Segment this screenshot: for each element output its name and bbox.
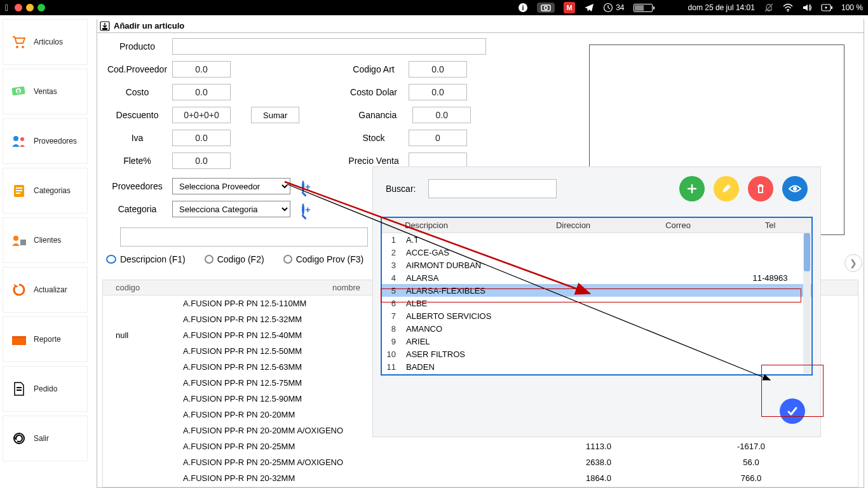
volume-icon[interactable] [802, 3, 812, 12]
list-item[interactable]: 1A.T [382, 233, 811, 246]
sidebar-item-label: Ventas [34, 87, 57, 96]
lh-descripcion[interactable]: Descripcion [401, 220, 519, 230]
producto-label: Producto [102, 41, 172, 51]
sidebar: Articulos $ Ventas Proveedores Categoria… [3, 19, 88, 465]
updates-icon[interactable]: 34 [603, 3, 624, 13]
codprov-input[interactable] [172, 61, 231, 78]
table-row[interactable]: A.FUSION PP-R PN 20-25MM A/OXIGENO2638.0… [103, 454, 858, 470]
svg-rect-19 [16, 193, 20, 194]
view-button[interactable] [782, 176, 808, 201]
list-item[interactable]: 2ACCE-GAS [382, 246, 811, 259]
list-item[interactable]: 7ALBERTO SERVICIOS [382, 309, 811, 322]
list-scrollbar[interactable] [803, 233, 811, 374]
th-codigo[interactable]: codigo [103, 283, 179, 292]
sidebar-item-proveedores[interactable]: Proveedores [3, 118, 88, 164]
window-controls [15, 4, 45, 11]
minimize-window-icon[interactable] [26, 4, 34, 11]
power-icon[interactable] [821, 4, 832, 11]
add-button[interactable] [679, 176, 705, 201]
precioventa-label: Precio Venta [339, 156, 409, 166]
svg-point-10 [22, 46, 24, 48]
svg-rect-17 [16, 187, 22, 189]
list-item[interactable]: 8AMANCO [382, 322, 811, 335]
svg-rect-27 [102, 28, 107, 30]
sidebar-item-actualizar[interactable]: Actualizar [3, 267, 88, 313]
folder-icon [11, 331, 27, 348]
radio-codigoprov[interactable]: Codigo Prov (F3) [283, 254, 364, 264]
list-item[interactable]: 11BADEN [382, 360, 811, 373]
info-icon[interactable]: i [518, 3, 528, 13]
table-row[interactable]: A.FUSION PP-R PN 20-32MM1864.0766.0 [103, 470, 858, 486]
svg-rect-21 [20, 240, 26, 245]
proveedores-label: Proveedores [102, 181, 172, 191]
list-item[interactable]: 5ALARSA-FLEXIBLES [382, 284, 811, 297]
categoria-select[interactable]: Selecciona Categoria [172, 201, 290, 217]
codart-input[interactable] [409, 61, 467, 78]
sidebar-item-label: Salir [34, 434, 49, 443]
sidebar-item-label: Clientes [34, 236, 61, 245]
save-icon[interactable] [100, 21, 110, 31]
radio-descripcion[interactable]: Descripcion (F1) [106, 254, 186, 264]
sidebar-item-label: Actualizar [34, 285, 67, 294]
iva-input[interactable] [172, 130, 231, 146]
stock-input[interactable] [409, 130, 467, 146]
descuento-input[interactable] [172, 107, 231, 123]
lh-tel[interactable]: Tel [729, 220, 811, 230]
camera-icon[interactable] [537, 3, 555, 13]
menubar:  i M 34 dom 25 de jul 14:01 [0, 0, 868, 15]
do-not-disturb-icon[interactable] [764, 3, 774, 13]
scroll-right-icon[interactable]: ❯ [844, 254, 862, 272]
sidebar-item-clientes[interactable]: Clientes [3, 217, 88, 263]
delete-button[interactable] [748, 176, 773, 201]
svg-rect-23 [17, 387, 22, 388]
buscar-label: Buscar: [386, 184, 416, 194]
filter-search-input[interactable] [120, 227, 368, 247]
costo-label: Costo [102, 87, 172, 97]
lh-correo[interactable]: Correo [627, 220, 729, 230]
sumar-button[interactable]: Sumar [251, 107, 299, 123]
scrollbar-thumb[interactable] [804, 233, 810, 271]
search-categoria-icon[interactable]: + [302, 205, 304, 214]
zoom-window-icon[interactable] [37, 4, 45, 11]
costodolar-input[interactable] [409, 84, 467, 100]
sidebar-item-articulos[interactable]: Articulos [3, 19, 88, 65]
wifi-icon[interactable] [783, 3, 793, 12]
close-window-icon[interactable] [15, 4, 22, 11]
producto-input[interactable] [172, 38, 486, 55]
sidebar-item-ventas[interactable]: $ Ventas [3, 69, 88, 114]
client-icon [11, 232, 27, 248]
apple-menu-icon[interactable]:  [5, 3, 8, 13]
cash-icon: $ [11, 83, 27, 100]
sidebar-item-label: Pedido [34, 384, 57, 393]
costo-input[interactable] [172, 84, 231, 100]
edit-button[interactable] [714, 176, 739, 201]
mega-icon[interactable]: M [564, 2, 575, 13]
list-item[interactable]: 9ARIEL [382, 335, 811, 348]
descuento-label: Descuento [102, 110, 172, 120]
confirm-button[interactable] [780, 398, 805, 424]
search-proveedor-icon[interactable]: + [302, 182, 304, 191]
proveedores-select[interactable]: Selecciona Proveedor [172, 178, 290, 194]
battery-menubar-outline[interactable] [634, 4, 653, 12]
radio-codigo[interactable]: Codigo (F2) [205, 254, 264, 264]
buscar-input[interactable] [428, 179, 557, 198]
list-item[interactable]: 10ASER FILTROS [382, 348, 811, 360]
sidebar-item-categorias[interactable]: Categorias [3, 168, 88, 214]
telegram-icon[interactable] [584, 3, 594, 13]
sidebar-item-salir[interactable]: Salir [3, 416, 88, 461]
sidebar-item-reporte[interactable]: Reporte [3, 316, 88, 362]
svg-rect-22 [12, 336, 26, 338]
list-item[interactable]: 6ALBE [382, 297, 811, 309]
window-titlebar: Añadir un articulo [97, 19, 864, 33]
iva-label: Iva [102, 133, 172, 143]
flete-input[interactable] [172, 152, 231, 169]
sidebar-item-pedido[interactable]: Pedido [3, 366, 88, 412]
codart-label: Codigo Art [339, 64, 409, 74]
proveedor-picker-dialog: Buscar: Descripcion Direccion Correo Tel… [372, 166, 821, 437]
list-item[interactable]: 4ALARSA11-48963 [382, 271, 811, 284]
table-row[interactable]: A.FUSION PP-R PN 20-25MM1113.0-1617.0 [103, 438, 858, 454]
lh-direccion[interactable]: Direccion [519, 220, 627, 230]
ganancia-input[interactable] [412, 107, 471, 123]
cart-icon [11, 34, 27, 50]
list-item[interactable]: 3AIRMONT DURBAN [382, 259, 811, 271]
